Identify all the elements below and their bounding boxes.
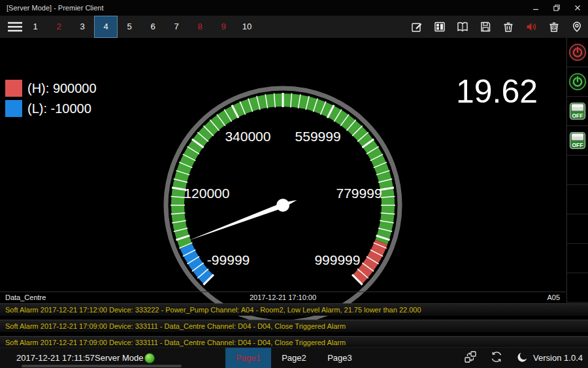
power-button-green[interactable] <box>567 67 588 97</box>
gauge-panel: (H): 900000 (L): -10000 19.62 -999991200… <box>0 38 566 302</box>
edit-button[interactable] <box>405 16 428 38</box>
screen-tab-7[interactable]: 7 <box>165 16 188 38</box>
gauge-tick-label: 559999 <box>295 129 341 144</box>
toggle-off-icon: OFF <box>569 102 586 120</box>
control-side-panel: OFF OFF <box>566 38 588 303</box>
high-threshold-label: (H): 900000 <box>27 81 97 96</box>
swap-pages-button[interactable] <box>464 350 477 366</box>
restore-icon <box>552 3 561 12</box>
side-panel-empty-cell <box>567 273 588 303</box>
low-threshold-label: (L): -10000 <box>27 101 91 116</box>
swap-pages-icon <box>464 350 477 363</box>
version-label: Version 1.0.4 <box>533 348 583 368</box>
screen-tab-9[interactable]: 9 <box>212 16 235 38</box>
screen-tab-10[interactable]: 10 <box>235 16 259 38</box>
night-mode-icon <box>516 350 529 363</box>
threshold-legend: (H): 900000 (L): -10000 <box>5 80 97 120</box>
gauge-tick-label: 120000 <box>184 186 229 201</box>
layout-icon <box>433 20 446 33</box>
page-tabs: Page1Page2Page3 <box>225 348 363 368</box>
panel-footer-divider <box>0 292 566 292</box>
gauge-tick-label: 779999 <box>336 186 382 201</box>
toolbar-actions <box>405 16 588 38</box>
alarm-row-2[interactable]: Soft Alarm 2017-12-21 17:09:00 Device: 3… <box>0 320 588 332</box>
app-window: [Server Mode] - Premier Client 123456789… <box>0 0 588 368</box>
screen-tab-8[interactable]: 8 <box>188 16 212 38</box>
gauge-tick-label: -99999 <box>207 252 250 267</box>
side-panel-empty-cell <box>567 156 588 185</box>
window-controls <box>525 0 588 16</box>
legend-high-row: (H): 900000 <box>5 80 97 97</box>
save-icon <box>479 20 492 33</box>
gauge-tick-label: 340000 <box>225 129 270 144</box>
page-tab-page1[interactable]: Page1 <box>225 348 271 368</box>
window-title: [Server Mode] - Premier Client <box>7 4 104 12</box>
current-value-readout: 19.62 <box>456 75 538 108</box>
location-button[interactable] <box>565 16 588 38</box>
side-panel-empty-cell <box>567 185 588 214</box>
close-icon <box>573 3 582 12</box>
archive-image-button[interactable] <box>542 16 565 38</box>
toolbar: 12345678910 <box>0 16 588 38</box>
minimize-icon <box>531 3 540 12</box>
alarm-list: Soft Alarm 2017-12-21 17:12:00 Device: 3… <box>0 303 588 352</box>
book-button[interactable] <box>451 16 474 38</box>
side-panel-empty-cell <box>567 244 588 273</box>
sound-icon <box>525 20 538 33</box>
tab-strip: 12345678910 <box>24 16 259 38</box>
hamburger-icon <box>7 20 24 33</box>
page-tab-page2[interactable]: Page2 <box>271 348 317 368</box>
sync-button[interactable] <box>490 350 503 366</box>
page-tab-page3[interactable]: Page3 <box>317 348 363 368</box>
low-threshold-swatch <box>5 100 22 117</box>
trash-icon <box>502 20 515 33</box>
power-red-icon <box>568 42 587 62</box>
archive-image-icon <box>547 20 561 33</box>
restore-button[interactable] <box>546 0 567 16</box>
screen-tab-1[interactable]: 1 <box>24 16 47 38</box>
location-icon <box>570 20 583 33</box>
power-green-icon <box>568 72 587 92</box>
screen-tab-6[interactable]: 6 <box>141 16 165 38</box>
channel-id: A05 <box>547 293 560 301</box>
status-actions <box>457 348 536 368</box>
toggle-off-icon: OFF <box>569 131 586 150</box>
screen-tab-4[interactable]: 4 <box>94 16 118 38</box>
horizontal-scrollbar[interactable] <box>22 365 182 367</box>
edit-icon <box>410 20 423 33</box>
title-bar: [Server Mode] - Premier Client <box>0 0 588 16</box>
sound-button[interactable] <box>519 16 542 38</box>
screen-tab-3[interactable]: 3 <box>71 16 94 38</box>
minimize-button[interactable] <box>525 0 546 16</box>
book-icon <box>456 20 469 33</box>
legend-low-row: (L): -10000 <box>5 100 97 117</box>
trash-button[interactable] <box>497 16 519 38</box>
alarm-row-1[interactable]: Soft Alarm 2017-12-21 17:12:00 Device: 3… <box>0 303 588 316</box>
toggle-switch-2[interactable]: OFF <box>567 126 588 156</box>
night-mode-button[interactable] <box>516 350 529 366</box>
gauge-tick-label: 999999 <box>314 252 360 267</box>
sample-timestamp: 2017-12-21 17:10:00 <box>0 293 566 301</box>
svg-text:OFF: OFF <box>572 142 583 148</box>
layout-button[interactable] <box>428 16 451 38</box>
power-button-red[interactable] <box>567 38 588 67</box>
toggle-switch-1[interactable]: OFF <box>567 97 588 126</box>
side-panel-empty-cell <box>567 214 588 244</box>
screen-tab-2[interactable]: 2 <box>47 16 71 38</box>
sync-icon <box>490 350 503 363</box>
gauge-hub <box>276 199 289 212</box>
menu-button[interactable] <box>6 20 24 33</box>
server-mode-led <box>144 353 155 363</box>
screen-tab-5[interactable]: 5 <box>118 16 141 38</box>
svg-text:OFF: OFF <box>572 112 583 119</box>
high-threshold-swatch <box>5 80 22 97</box>
save-button[interactable] <box>474 16 497 38</box>
close-button[interactable] <box>567 0 588 16</box>
